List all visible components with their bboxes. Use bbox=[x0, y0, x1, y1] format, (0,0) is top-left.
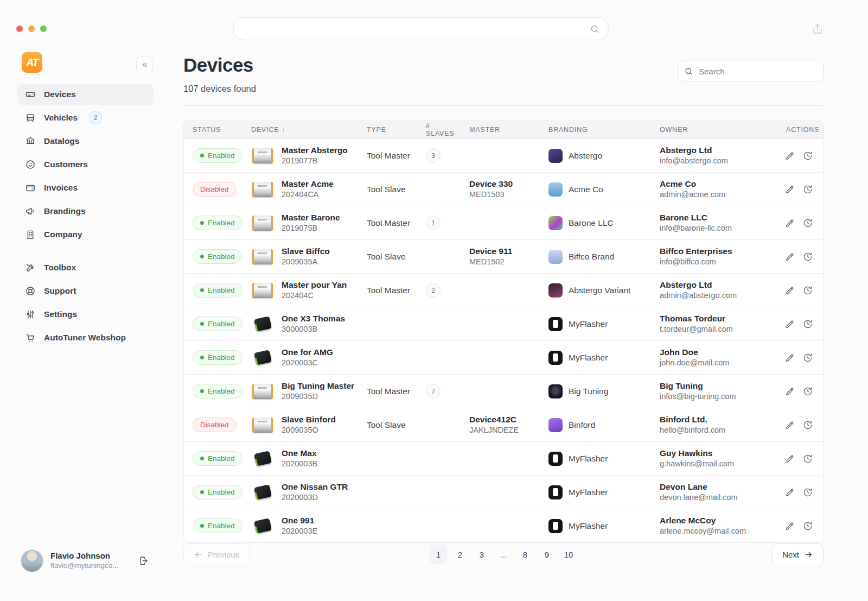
sidebar-item-label: Support bbox=[44, 286, 76, 296]
device-history-button[interactable] bbox=[802, 150, 813, 161]
sidebar-item-datalogs[interactable]: Datalogs bbox=[17, 130, 154, 152]
edit-device-button[interactable] bbox=[784, 386, 795, 397]
pencil-icon bbox=[784, 453, 795, 464]
table-row[interactable]: Enabled Master pour Yan 202404C Tool Mas… bbox=[184, 273, 823, 307]
edit-device-button[interactable] bbox=[784, 184, 795, 195]
edit-device-button[interactable] bbox=[784, 319, 795, 330]
owner-cell: Barone LLC info@barone-llc.com bbox=[651, 206, 777, 239]
sidebar-item-support[interactable]: Support bbox=[17, 280, 154, 302]
device-name: Master Acme bbox=[282, 179, 334, 189]
owner-cell: Binford Ltd. hello@binford.com bbox=[651, 408, 777, 441]
branding-label: Biffco Brand bbox=[569, 252, 614, 262]
device-history-button[interactable] bbox=[802, 521, 813, 532]
table-search[interactable] bbox=[677, 61, 824, 81]
owner-email: admin@acme.com bbox=[660, 189, 725, 200]
sidebar-item-invoices[interactable]: Invoices bbox=[17, 177, 154, 199]
type-cell: Tool Master bbox=[358, 139, 417, 172]
branding-cell: Big Tuning bbox=[540, 375, 651, 408]
pencil-icon bbox=[784, 285, 795, 296]
page-number[interactable]: 9 bbox=[538, 545, 556, 564]
table-row[interactable]: Enabled One X3 Thomas 3000003B MyFlasher bbox=[184, 307, 823, 340]
column-header-master[interactable]: MASTER bbox=[461, 121, 540, 138]
edit-device-button[interactable] bbox=[784, 487, 795, 498]
next-page-button[interactable]: Next bbox=[772, 543, 824, 565]
column-header-type[interactable]: TYPE bbox=[358, 121, 417, 138]
edit-device-button[interactable] bbox=[784, 218, 795, 229]
table-row[interactable]: Enabled One Nissan GTR 2020003D MyFlashe… bbox=[184, 475, 823, 509]
column-header-branding[interactable]: BRANDING bbox=[540, 121, 651, 138]
page-number[interactable]: 8 bbox=[516, 545, 534, 564]
table-row[interactable]: Enabled One Max 2020003B MyFlasher bbox=[184, 441, 823, 475]
sidebar-item-toolbox[interactable]: Toolbox bbox=[17, 257, 154, 279]
device-history-button[interactable] bbox=[802, 453, 813, 464]
zoom-button[interactable] bbox=[40, 26, 47, 32]
device-image bbox=[251, 481, 274, 504]
page-number[interactable]: 10 bbox=[560, 545, 577, 564]
slaves-cell: 7 bbox=[417, 375, 461, 408]
pencil-icon bbox=[784, 184, 795, 195]
device-history-button[interactable] bbox=[802, 319, 813, 330]
device-history-button[interactable] bbox=[802, 218, 813, 229]
table-row[interactable]: Enabled One for AMG 2020003C MyFlasher bbox=[184, 340, 823, 374]
device-code: 2009035D bbox=[282, 391, 354, 402]
previous-page-button[interactable]: Previous bbox=[183, 543, 250, 565]
status-dot-icon bbox=[200, 221, 204, 225]
table-row[interactable]: Enabled One 991 2020003E MyFlasher bbox=[184, 509, 823, 542]
owner-name: Abstergo Ltd bbox=[660, 145, 728, 156]
page-number[interactable]: 3 bbox=[473, 545, 490, 564]
edit-device-button[interactable] bbox=[784, 285, 795, 296]
sidebar-item-customers[interactable]: Customers bbox=[17, 154, 154, 175]
table-row[interactable]: Disabled Slave Binford 2009035O Tool Sla… bbox=[184, 408, 823, 441]
edit-device-button[interactable] bbox=[784, 521, 795, 532]
device-history-button[interactable] bbox=[802, 184, 813, 195]
column-header-slaves[interactable]: # SLAVES bbox=[417, 121, 461, 138]
device-image bbox=[251, 515, 274, 537]
owner-name: John Doe bbox=[660, 347, 729, 358]
logout-button[interactable] bbox=[133, 551, 154, 571]
device-history-button[interactable] bbox=[802, 352, 813, 363]
table-row[interactable]: Enabled Big Tuning Master 2009035D Tool … bbox=[184, 374, 823, 408]
sidebar-item-label: Company bbox=[44, 230, 82, 239]
sidebar-item-company[interactable]: Company bbox=[17, 224, 154, 245]
table-row[interactable]: Disabled Master Acme 202404CA Tool Slave… bbox=[184, 172, 823, 206]
status-badge: Enabled bbox=[193, 249, 242, 264]
type-cell: Tool Slave bbox=[358, 408, 417, 441]
sidebar-item-devices[interactable]: Devices bbox=[17, 84, 154, 105]
close-button[interactable] bbox=[16, 26, 23, 32]
status-badge: Enabled bbox=[193, 317, 242, 331]
user-card[interactable]: Flavio Johnson flavio@mytuningco... bbox=[21, 549, 154, 572]
sidebar-item-settings[interactable]: Settings bbox=[17, 303, 154, 325]
table-row[interactable]: Enabled Slave Biffco 2009035A Tool Slave… bbox=[184, 239, 823, 273]
column-header-status[interactable]: STATUS bbox=[184, 121, 242, 138]
pagination: Previous 123...8910 Next bbox=[183, 543, 824, 566]
page-number[interactable]: 1 bbox=[430, 545, 447, 564]
sidebar-item-vehicles[interactable]: Vehicles 2 bbox=[17, 107, 154, 129]
sidebar-item-brandings[interactable]: Brandings bbox=[17, 200, 154, 222]
table-row[interactable]: Enabled Master Barone 2019075B Tool Mast… bbox=[184, 206, 823, 239]
sidebar-collapse-button[interactable] bbox=[136, 56, 153, 73]
branding-logo bbox=[548, 418, 563, 432]
page-number[interactable]: 2 bbox=[451, 545, 469, 564]
edit-device-button[interactable] bbox=[784, 420, 795, 431]
status-cell: Disabled bbox=[184, 173, 242, 206]
minimize-button[interactable] bbox=[28, 26, 35, 32]
edit-device-button[interactable] bbox=[784, 453, 795, 464]
type-cell: Tool Master bbox=[358, 274, 417, 307]
table-row[interactable]: Enabled Master Abstergo 2019077B Tool Ma… bbox=[184, 139, 823, 172]
device-history-button[interactable] bbox=[802, 487, 813, 498]
device-cell: Big Tuning Master 2009035D bbox=[242, 375, 358, 408]
edit-device-button[interactable] bbox=[784, 352, 795, 363]
device-image bbox=[251, 414, 274, 436]
edit-device-button[interactable] bbox=[784, 251, 795, 262]
branding-label: Big Tuning bbox=[569, 387, 608, 396]
device-history-button[interactable] bbox=[802, 251, 813, 262]
table-search-input[interactable] bbox=[698, 66, 816, 77]
edit-device-button[interactable] bbox=[784, 150, 795, 161]
column-header-device[interactable]: DEVICE ↓ bbox=[242, 121, 358, 138]
pencil-icon bbox=[784, 420, 795, 431]
column-header-owner[interactable]: OWNER bbox=[651, 121, 777, 138]
device-history-button[interactable] bbox=[802, 386, 813, 397]
device-history-button[interactable] bbox=[802, 285, 813, 296]
sidebar-item-webshop[interactable]: AutoTuner Webshop bbox=[17, 327, 154, 349]
device-history-button[interactable] bbox=[802, 420, 813, 431]
